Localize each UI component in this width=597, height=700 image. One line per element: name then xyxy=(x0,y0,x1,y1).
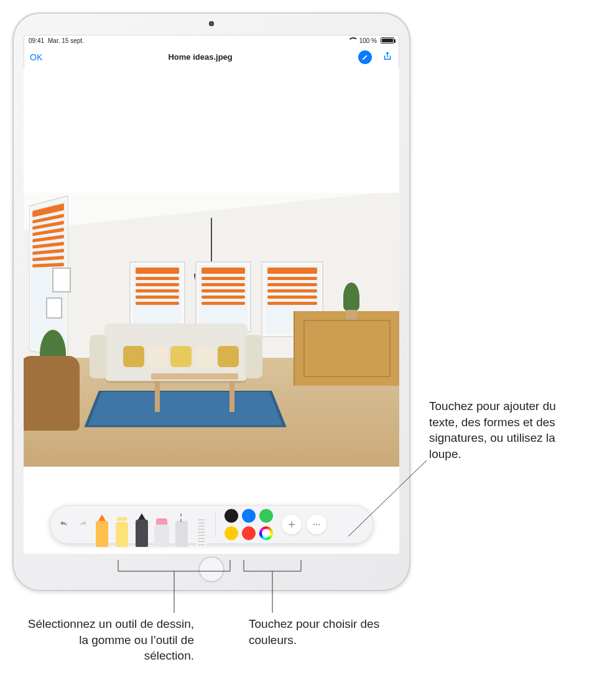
window xyxy=(131,263,184,331)
undo-icon xyxy=(58,519,70,530)
color-picker[interactable] xyxy=(259,526,273,540)
markup-stroke xyxy=(136,268,179,308)
screen: 09:41 Mar. 15 sept. 100 % OK Home ideas.… xyxy=(24,35,399,554)
nav-bar: OK Home ideas.jpeg xyxy=(24,46,399,68)
window xyxy=(197,263,250,331)
share-button[interactable] xyxy=(382,50,393,64)
toolbar-divider xyxy=(215,512,216,537)
status-bar: 09:41 Mar. 15 sept. 100 % xyxy=(24,35,399,46)
status-date: Mar. 15 sept. xyxy=(48,37,84,44)
markup-stroke xyxy=(201,268,245,308)
color-red[interactable] xyxy=(242,526,256,540)
callout-colors: Touchez pour choisir des couleurs. xyxy=(249,616,398,648)
tool-pencil[interactable] xyxy=(134,512,149,547)
edited-image[interactable] xyxy=(24,193,399,467)
plant xyxy=(343,282,359,311)
status-time: 09:41 xyxy=(29,37,44,44)
share-icon xyxy=(382,50,393,62)
armchair xyxy=(24,356,80,431)
add-button[interactable] xyxy=(282,515,302,534)
svg-point-1 xyxy=(316,524,317,525)
tool-ruler[interactable] xyxy=(194,512,209,547)
markup-toolbar xyxy=(50,505,373,544)
wall-frame xyxy=(46,297,62,319)
tool-highlighter[interactable] xyxy=(114,512,129,547)
undo-button[interactable] xyxy=(56,516,72,533)
front-camera xyxy=(209,21,214,26)
coffee-table xyxy=(151,373,238,412)
plus-icon xyxy=(287,520,297,530)
wifi-icon xyxy=(348,37,356,44)
wall-frame xyxy=(52,268,71,292)
battery-percent: 100 % xyxy=(359,37,377,44)
document-title: Home ideas.jpeg xyxy=(42,52,358,62)
color-palette xyxy=(224,509,273,540)
markup-pen-icon xyxy=(361,53,369,61)
battery-icon xyxy=(381,37,394,44)
color-yellow[interactable] xyxy=(224,526,238,540)
markup-stroke xyxy=(267,268,317,311)
ok-button[interactable]: OK xyxy=(30,52,42,62)
cabinet xyxy=(294,311,399,386)
svg-point-2 xyxy=(318,524,320,525)
markup-canvas[interactable] xyxy=(24,68,399,554)
tool-lasso[interactable] xyxy=(174,512,189,547)
tool-felt-pen[interactable] xyxy=(95,512,109,547)
home-button[interactable] xyxy=(198,556,224,582)
redo-icon xyxy=(77,519,88,530)
color-black[interactable] xyxy=(224,509,238,523)
tool-eraser[interactable] xyxy=(154,512,169,547)
callout-add: Touchez pour ajouter du texte, des forme… xyxy=(429,398,585,462)
svg-point-0 xyxy=(313,524,315,525)
redo-button[interactable] xyxy=(75,516,91,533)
color-blue[interactable] xyxy=(242,509,256,523)
more-button[interactable] xyxy=(307,515,326,534)
ipad-frame: 09:41 Mar. 15 sept. 100 % OK Home ideas.… xyxy=(12,12,410,591)
more-icon xyxy=(312,520,322,530)
callout-tools: Sélectionnez un outil de dessin, la gomm… xyxy=(26,616,194,664)
color-green[interactable] xyxy=(259,509,273,523)
markup-toggle-button[interactable] xyxy=(358,50,372,64)
